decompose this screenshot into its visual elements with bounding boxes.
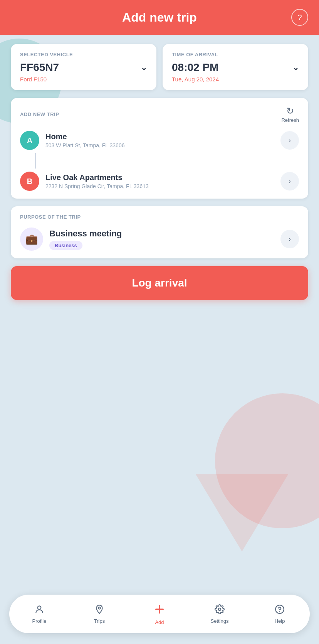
destination-nav-button[interactable]: › — [280, 172, 299, 191]
trips-icon — [94, 604, 104, 617]
nav-label-add: Add — [155, 619, 164, 625]
divider-line — [35, 153, 36, 169]
purpose-section-card: PURPOSE OF THE TRIP 💼 Business meeting B… — [11, 206, 308, 258]
log-arrival-button[interactable]: Log arrival — [11, 266, 308, 300]
svg-point-4 — [218, 608, 221, 610]
main-content: SELECTED VEHICLE FF65N7 ⌄ Ford F150 TIME… — [0, 35, 319, 317]
arrival-card[interactable]: TIME OF ARRIVAL 08:02 PM ⌄ Tue, Aug 20, … — [163, 44, 308, 90]
vehicle-sub: Ford F150 — [20, 76, 147, 83]
origin-name: Home — [45, 132, 274, 141]
trip-section-header: ADD NEW TRIP ↻ Refresh — [20, 106, 299, 123]
vehicle-card[interactable]: SELECTED VEHICLE FF65N7 ⌄ Ford F150 — [11, 44, 156, 90]
destination-row: B Live Oak Apartments 2232 N Spring Glad… — [20, 172, 299, 191]
header: Add new trip ? — [0, 0, 319, 35]
purpose-row: 💼 Business meeting Business › — [20, 228, 299, 251]
destination-name: Live Oak Apartments — [45, 173, 274, 182]
origin-badge: A — [20, 131, 39, 150]
arrival-sub: Tue, Aug 20, 2024 — [172, 76, 299, 83]
origin-address: 503 W Platt St, Tampa, FL 33606 — [45, 142, 274, 148]
refresh-button[interactable]: ↻ Refresh — [281, 106, 299, 123]
purpose-icon-bg: 💼 — [20, 228, 43, 251]
add-icon — [153, 603, 166, 618]
settings-icon — [215, 604, 225, 617]
nav-label-settings: Settings — [211, 618, 229, 624]
help-nav-icon — [275, 604, 285, 617]
nav-label-trips: Trips — [94, 618, 105, 624]
destination-address: 2232 N Spring Glade Cir, Tampa, FL 33613 — [45, 183, 274, 189]
svg-point-0 — [38, 606, 41, 609]
purpose-section-header: PURPOSE OF THE TRIP — [20, 214, 299, 220]
vehicle-chevron-icon: ⌄ — [141, 63, 147, 72]
vehicle-label: SELECTED VEHICLE — [20, 52, 147, 57]
origin-nav-button[interactable]: › — [280, 131, 299, 150]
arrival-value: 08:02 PM ⌄ — [172, 61, 299, 74]
purpose-info: Business meeting Business — [49, 229, 274, 250]
bottom-nav: Profile Trips Add Settings — [9, 595, 310, 633]
nav-item-trips[interactable]: Trips — [69, 604, 129, 624]
cards-row: SELECTED VEHICLE FF65N7 ⌄ Ford F150 TIME… — [11, 44, 308, 90]
page-title: Add new trip — [122, 10, 197, 25]
vehicle-value: FF65N7 ⌄ — [20, 61, 147, 74]
briefcase-icon: 💼 — [25, 233, 38, 245]
location-divider — [20, 150, 299, 172]
purpose-nav-button[interactable]: › — [280, 230, 299, 248]
purpose-tag: Business — [49, 241, 82, 250]
nav-item-settings[interactable]: Settings — [190, 604, 250, 624]
destination-badge: B — [20, 172, 39, 191]
arrival-chevron-icon: ⌄ — [292, 63, 299, 72]
origin-row: A Home 503 W Platt St, Tampa, FL 33606 › — [20, 131, 299, 150]
trip-section-label: ADD NEW TRIP — [20, 111, 59, 117]
trip-section-card: ADD NEW TRIP ↻ Refresh A Home 503 W Plat… — [11, 98, 308, 199]
svg-point-1 — [98, 607, 100, 609]
refresh-label: Refresh — [281, 117, 299, 123]
nav-item-profile[interactable]: Profile — [9, 604, 69, 624]
destination-info: Live Oak Apartments 2232 N Spring Glade … — [45, 173, 274, 189]
nav-item-add[interactable]: Add — [129, 603, 190, 625]
nav-label-profile: Profile — [32, 618, 47, 624]
profile-icon — [34, 604, 44, 617]
arrival-label: TIME OF ARRIVAL — [172, 52, 299, 57]
purpose-section-label: PURPOSE OF THE TRIP — [20, 214, 81, 220]
nav-item-help[interactable]: Help — [250, 604, 310, 624]
purpose-name: Business meeting — [49, 229, 274, 239]
help-icon[interactable]: ? — [291, 9, 308, 26]
nav-label-help: Help — [275, 618, 285, 624]
origin-info: Home 503 W Platt St, Tampa, FL 33606 — [45, 132, 274, 148]
refresh-icon: ↻ — [286, 106, 294, 116]
